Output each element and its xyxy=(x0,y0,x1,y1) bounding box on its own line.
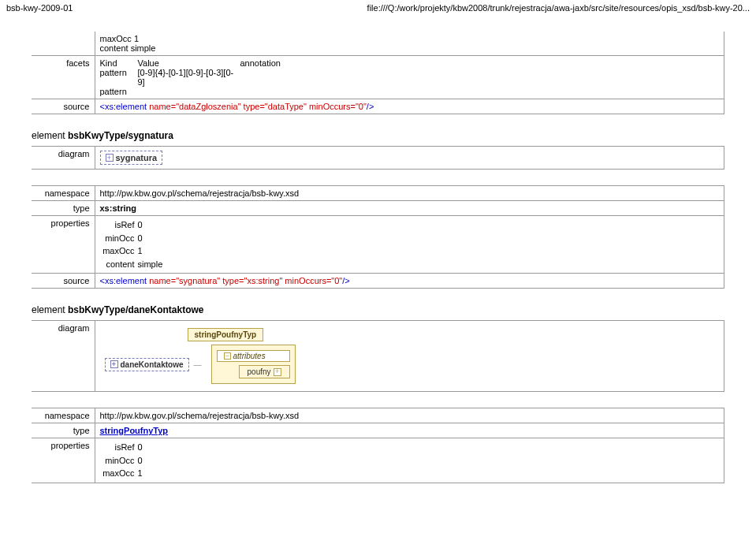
header-right: file:///Q:/work/projekty/kbw2008/trunk/r… xyxy=(367,3,750,13)
props-content: content simple xyxy=(100,43,720,53)
facets-label: facets xyxy=(32,56,95,99)
diagram-label: diagram xyxy=(32,147,95,170)
section-title-sygnatura: element bsbKwyType/sygnatura xyxy=(32,130,724,141)
prop-maxocc-val-d: 1 xyxy=(138,467,143,480)
facets-annotation-header: annotation xyxy=(240,58,720,68)
type-label: type xyxy=(32,201,95,216)
complex-diagram: stringPoufnyTyp + daneKontaktowe — − att… xyxy=(100,323,300,389)
facets-row-1: pattern [0-9]{4}-[0-1][0-9]-[0-3][0-9] xyxy=(100,68,720,87)
diagram-attr-poufny: poufny + xyxy=(239,365,290,378)
element-word: element xyxy=(32,130,68,141)
facets-value-header: Value xyxy=(138,58,240,68)
properties-label: properties xyxy=(32,216,95,274)
sygnatura-table: diagram + sygnatura xyxy=(32,146,724,170)
element-name: bsbKwyType/sygnatura xyxy=(68,130,173,141)
source-attrs: name="dataZgloszenia" type="dataType" mi… xyxy=(147,102,367,111)
section-title-dane: element bsbKwyType/daneKontaktowe xyxy=(32,304,724,315)
type-label-dane: type xyxy=(32,423,95,438)
namespace-label-dane: namespace xyxy=(32,408,95,423)
prop-minocc-key: minOcc xyxy=(100,232,138,245)
namespace-value: http://pw.kbw.gov.pl/schema/rejestracja/… xyxy=(95,186,724,201)
main-content: maxOcc 1 content simple facets Kind Valu… xyxy=(0,16,756,483)
dane-details-table: namespace http://pw.kbw.gov.pl/schema/re… xyxy=(32,408,724,483)
type-value-dane[interactable]: stringPoufnyTyp xyxy=(100,426,169,435)
prop-maxocc-key-d: maxOcc xyxy=(100,467,138,480)
source-attrs-syg: name="sygnatura" type="xs:string" minOcc… xyxy=(147,276,342,285)
properties-block-dane: isRef0 minOcc0 maxOcc1 xyxy=(100,441,720,480)
facets-kind-header: Kind xyxy=(100,58,138,68)
source-code: <xs:element name="dataZgloszenia" type="… xyxy=(95,99,724,114)
source-code-syg: <xs:element name="sygnatura" type="xs:st… xyxy=(95,274,724,289)
poufny-text: poufny xyxy=(248,367,271,376)
attributes-text: attributes xyxy=(233,352,266,360)
expand-icon: + xyxy=(274,368,281,376)
page-header: bsb-kwy-2009-01 file:///Q:/work/projekty… xyxy=(0,0,756,16)
element-word-dane: element xyxy=(32,304,68,315)
diagram-label-dane: diagram xyxy=(32,321,95,392)
prop-maxocc-key: maxOcc xyxy=(100,244,138,258)
properties-label-dane: properties xyxy=(32,438,95,483)
prop-isref-val: 0 xyxy=(138,218,143,232)
namespace-label: namespace xyxy=(32,186,95,201)
facets-kind-1: pattern xyxy=(100,68,138,87)
diagram-type-label: stringPoufnyTyp xyxy=(188,328,264,341)
source-close-syg: /> xyxy=(342,276,349,285)
diagram-attributes: − attributes xyxy=(217,350,290,362)
expand-icon: + xyxy=(106,154,114,162)
properties-block: isRef0 minOcc0 maxOcc1 contentsimple xyxy=(100,218,720,270)
facets-header-row: Kind Value annotation xyxy=(100,58,720,68)
source-tag-syg: xs:element xyxy=(105,276,147,285)
header-left: bsb-kwy-2009-01 xyxy=(6,3,73,13)
facets-kind-2: pattern xyxy=(100,87,138,96)
source-close: /> xyxy=(367,102,374,111)
prop-content-val: simple xyxy=(138,258,163,271)
prop-isref-key: isRef xyxy=(100,218,138,232)
diagram-element-text: daneKontaktowe xyxy=(121,360,184,369)
prop-minocc-val: 0 xyxy=(138,232,143,245)
prop-isref-val-d: 0 xyxy=(138,441,143,454)
prop-minocc-key-d: minOcc xyxy=(100,454,138,468)
diagram-text: sygnatura xyxy=(116,153,158,162)
expand-icon: + xyxy=(110,360,118,368)
properties-facets-table: maxOcc 1 content simple facets Kind Valu… xyxy=(32,32,724,114)
page-footer: 11 z 68 2010-03-19 17:21 xyxy=(0,531,756,534)
diagram-element: + daneKontaktowe xyxy=(105,358,189,371)
source-label-syg: source xyxy=(32,274,95,289)
diagram-attributes-wrap: − attributes poufny + xyxy=(211,345,296,384)
type-value: xs:string xyxy=(95,201,724,216)
source-tag: xs:element xyxy=(105,102,147,111)
diagram-sygnatura: + sygnatura xyxy=(100,151,163,165)
facets-value-1: [0-9]{4}-[0-1][0-9]-[0-3][0-9] xyxy=(138,68,240,87)
props-maxocc: maxOcc 1 xyxy=(100,34,720,43)
namespace-value-dane: http://pw.kbw.gov.pl/schema/rejestracja/… xyxy=(95,408,724,423)
prop-minocc-val-d: 0 xyxy=(138,454,143,468)
element-name-dane: bsbKwyType/daneKontaktowe xyxy=(68,304,203,315)
sygnatura-details-table: namespace http://pw.kbw.gov.pl/schema/re… xyxy=(32,185,724,289)
prop-content-key: content xyxy=(100,258,138,271)
prop-maxocc-val: 1 xyxy=(138,244,143,258)
dane-diagram-table: diagram stringPoufnyTyp + daneKontaktowe… xyxy=(32,320,724,392)
source-label: source xyxy=(32,99,95,114)
prop-isref-key-d: isRef xyxy=(100,441,138,454)
collapse-icon: − xyxy=(224,352,231,360)
facets-row-2: pattern xyxy=(100,87,720,96)
